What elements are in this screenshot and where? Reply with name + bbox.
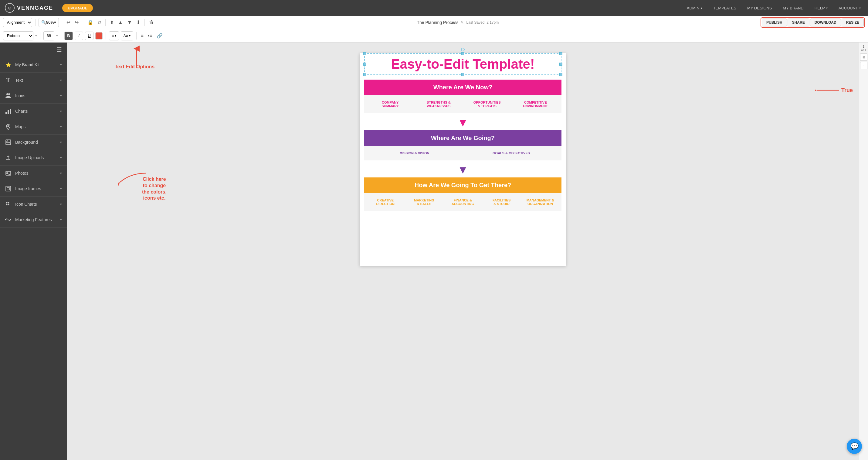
divider-font-3 (105, 32, 106, 39)
section-item-creative[interactable]: CREATIVEDIRECTION (367, 197, 404, 207)
section-item-mission[interactable]: MISSION & VISION (367, 150, 462, 156)
section-item-finance[interactable]: FINANCE & ACCOUNTING (444, 197, 482, 207)
bullets-button[interactable]: •≡ (147, 31, 154, 40)
text-case-dropdown[interactable]: Aa ▾ (121, 31, 133, 40)
sidebar-item-text[interactable]: T Text ▾ (0, 73, 67, 88)
section-item-strengths[interactable]: STRENGTHS &WEAKNESSES (415, 99, 463, 109)
resize-handle-bc[interactable] (461, 73, 464, 76)
resize-button[interactable]: RESIZE (842, 19, 864, 26)
top-navigation: ⊙ VENNGAGE UPGRADE ADMIN ▾ TEMPLATES MY … (0, 0, 868, 16)
text-align-dropdown[interactable]: ≡ ▾ (109, 31, 119, 40)
undo-button[interactable]: ↩ (65, 18, 72, 27)
copy-button[interactable]: ⧉ (96, 18, 102, 27)
sidebar-label-brand-kit: My Brand Kit (15, 62, 57, 67)
section-items-2: MISSION & VISION GOALS & OBJECTIVES (364, 146, 561, 161)
chat-bubble[interactable]: 💬 (847, 439, 862, 454)
sidebar-label-photos: Photos (15, 171, 57, 176)
section-header-1[interactable]: Where Are We Now? (364, 80, 561, 95)
resize-handle-tl[interactable] (363, 52, 366, 55)
panel-button-1[interactable]: ⊞ (860, 54, 867, 61)
divider-5 (145, 19, 145, 26)
list-button[interactable]: ≡ (140, 31, 145, 40)
sidebar-item-my-brand-kit[interactable]: ⭐ My Brand Kit ▾ (0, 57, 67, 73)
resize-handle-br[interactable] (559, 73, 562, 76)
resize-handle-bl[interactable] (363, 73, 366, 76)
move-up-top-button[interactable]: ⬆ (108, 18, 115, 27)
sidebar-label-maps: Maps (15, 124, 57, 129)
delete-button[interactable]: 🗑 (148, 18, 155, 27)
text-icon: T (5, 77, 11, 84)
sidebar-item-background[interactable]: Background ▾ (0, 135, 67, 150)
sidebar-label-charts: Charts (15, 109, 57, 114)
rotate-handle[interactable] (461, 48, 465, 51)
sidebar-item-photos[interactable]: Photos ▾ (0, 166, 67, 181)
svg-rect-3 (8, 110, 9, 114)
color-picker-button[interactable] (95, 32, 102, 39)
section-header-2[interactable]: Where Are We Going? (364, 130, 561, 146)
section-items-1: COMPANYSUMMARY STRENGTHS &WEAKNESSES OPP… (364, 95, 561, 113)
sidebar-item-icons[interactable]: Icons ▾ (0, 88, 67, 104)
align-arrow-icon: ▾ (115, 34, 116, 37)
nav-my-designs[interactable]: MY DESIGNS (745, 5, 774, 11)
section-item-facilities[interactable]: FACILITIES& STUDIO (483, 197, 521, 207)
upgrade-button[interactable]: UPGRADE (62, 4, 93, 12)
section-item-goals[interactable]: GOALS & OBJECTIVES (463, 150, 559, 156)
section-header-3[interactable]: How Are We Going To Get There? (364, 177, 561, 193)
font-size-input[interactable] (43, 31, 54, 40)
font-family-dropdown[interactable]: Roboto (3, 31, 33, 40)
nav-templates[interactable]: TEMPLATES (711, 5, 739, 11)
resize-handle-mr[interactable] (559, 63, 562, 66)
doc-title-area: The Planning Process ✎ Last Saved: 2:17p… (157, 20, 759, 25)
maps-icon (5, 123, 11, 130)
download-button[interactable]: DOWNLOAD (810, 19, 841, 26)
share-button[interactable]: SHARE (787, 19, 809, 26)
nav-my-brand[interactable]: MY BRAND (780, 5, 806, 11)
annotation-text-edit-arrow (124, 46, 149, 71)
svg-point-14 (6, 204, 8, 205)
sidebar-item-icon-charts[interactable]: Icon Charts ▾ (0, 197, 67, 212)
section-item-opportunities[interactable]: OPPORTUNITIES& THREATS (463, 99, 511, 109)
alignment-dropdown[interactable]: Alignment (3, 18, 32, 27)
move-up-button[interactable]: ▲ (117, 18, 124, 27)
section-item-competitive[interactable]: COMPETITIVEENVIRONMENT (512, 99, 559, 109)
panel-button-2[interactable]: ⋮ (860, 62, 867, 69)
template-title-container[interactable]: Easy-to-Edit Template! (364, 53, 561, 75)
nav-account[interactable]: ACCOUNT ▾ (836, 5, 863, 11)
photos-chevron-icon: ▾ (60, 171, 62, 175)
section-item-marketing[interactable]: MARKETING& SALES (405, 197, 443, 207)
section-item-management[interactable]: MANAGEMENT &ORGANIZATION (521, 197, 559, 207)
resize-handle-tc[interactable] (461, 52, 464, 55)
sidebar-item-image-frames[interactable]: Image frames ▾ (0, 181, 67, 197)
image-frames-chevron-icon: ▾ (60, 187, 62, 191)
move-down-bottom-button[interactable]: ⬇ (135, 18, 142, 27)
admin-arrow-icon: ▾ (701, 6, 702, 10)
divider-font-1 (40, 32, 40, 39)
italic-button[interactable]: I (75, 32, 83, 40)
underline-button[interactable]: U (85, 32, 93, 40)
resize-handle-ml[interactable] (363, 63, 366, 66)
bold-button[interactable]: B (64, 32, 73, 40)
sidebar-item-marketing-features[interactable]: Marketing Features ▾ (0, 212, 67, 228)
page-number: 1 of 1 (861, 45, 866, 52)
svg-point-1 (8, 93, 10, 95)
nav-help[interactable]: HELP ▾ (812, 5, 830, 11)
sidebar-toggle[interactable]: ☰ (0, 42, 67, 57)
sidebar-item-image-uploads[interactable]: Image Uploads ▾ (0, 150, 67, 166)
redo-button[interactable]: ↪ (73, 18, 80, 27)
move-down-button[interactable]: ▼ (126, 18, 133, 27)
section-where-are-we-going: Where Are We Going? MISSION & VISION GOA… (364, 130, 561, 161)
publish-button[interactable]: PUBLISH (762, 19, 787, 26)
resize-handle-tr[interactable] (559, 52, 562, 55)
hamburger-icon: ☰ (57, 46, 62, 54)
nav-admin[interactable]: ADMIN ▾ (684, 5, 705, 11)
zoom-dropdown[interactable]: 🔍 80% ▾ (38, 18, 59, 27)
toolbar-bottom: Roboto ▾ ▾ B I U ≡ ▾ Aa ▾ ≡ •≡ 🔗 (0, 29, 868, 42)
sidebar-item-maps[interactable]: Maps ▾ (0, 119, 67, 135)
lock-button[interactable]: 🔒 (86, 18, 95, 27)
template-title[interactable]: Easy-to-Edit Template! (369, 57, 556, 71)
link-button[interactable]: 🔗 (155, 31, 164, 40)
section-item-company-summary[interactable]: COMPANYSUMMARY (367, 99, 414, 109)
edit-title-icon[interactable]: ✎ (461, 20, 464, 25)
sidebar-item-charts[interactable]: Charts ▾ (0, 104, 67, 119)
svg-point-17 (10, 219, 11, 220)
